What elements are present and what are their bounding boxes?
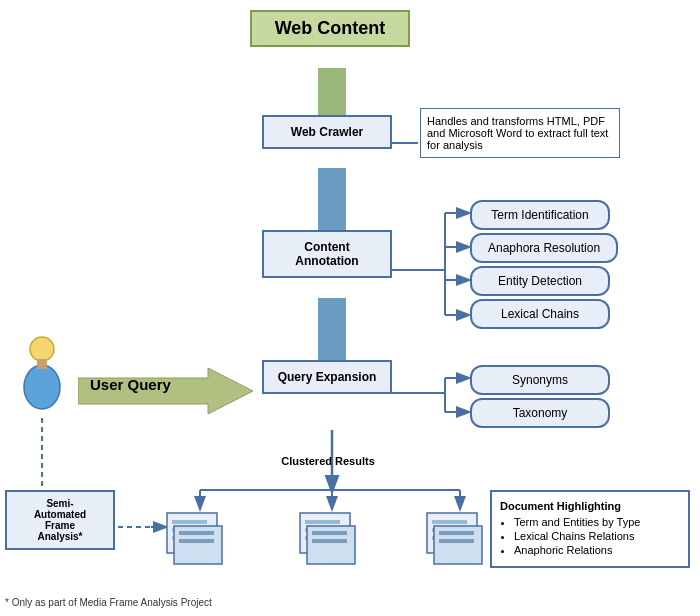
doc3-svg	[422, 508, 497, 568]
svg-rect-10	[179, 539, 214, 543]
clustered-results-label: Clustered Results	[258, 455, 398, 467]
arrow-wc-to-crawler	[318, 68, 346, 118]
svg-point-0	[30, 337, 54, 361]
synonyms-label: Synonyms	[512, 373, 568, 387]
user-query-label: User Query	[90, 376, 171, 393]
crawler-note: Handles and transforms HTML, PDF and Mic…	[420, 108, 620, 158]
doc-highlight-title: Document Highlighting	[500, 500, 680, 512]
query-expansion-label: Query Expansion	[278, 370, 377, 384]
term-identification-item: Term Identification	[470, 200, 610, 230]
content-annotation-label: Content Annotation	[295, 240, 358, 268]
crawler-note-text: Handles and transforms HTML, PDF and Mic…	[427, 115, 608, 151]
safa-box: Semi-AutomatedFrameAnalysis*	[5, 490, 115, 550]
anaphora-resolution-label: Anaphora Resolution	[488, 241, 600, 255]
web-content-box: Web Content	[250, 10, 410, 47]
web-content-container: Web Content	[230, 10, 430, 47]
svg-rect-24	[439, 539, 474, 543]
synonyms-shape: Synonyms	[470, 365, 610, 395]
footnote: * Only as part of Media Frame Analysis P…	[5, 597, 212, 608]
doc-highlight-list: Term and Entities by Type Lexical Chains…	[500, 516, 680, 556]
doc-highlight-item-3: Anaphoric Relations	[514, 544, 680, 556]
document-1	[162, 508, 237, 571]
arrow-ca-to-qe	[318, 298, 346, 362]
anaphora-resolution-item: Anaphora Resolution	[470, 233, 618, 263]
web-crawler-label: Web Crawler	[291, 125, 363, 139]
clustered-results-text: Clustered Results	[281, 455, 375, 467]
user-person-figure	[12, 335, 72, 415]
svg-rect-19	[432, 520, 467, 524]
safa-label: Semi-AutomatedFrameAnalysis*	[34, 498, 86, 542]
doc1-svg	[162, 508, 237, 568]
taxonomy-item: Taxonomy	[470, 398, 610, 428]
svg-rect-9	[179, 531, 214, 535]
svg-rect-2	[37, 359, 47, 369]
anaphora-resolution-shape: Anaphora Resolution	[470, 233, 618, 263]
diagram: Web Content Web Crawler Handles and tran…	[0, 0, 700, 616]
doc-highlight-item-1: Term and Entities by Type	[514, 516, 680, 528]
entity-detection-item: Entity Detection	[470, 266, 610, 296]
term-identification-label: Term Identification	[491, 208, 588, 222]
svg-rect-5	[172, 520, 207, 524]
taxonomy-shape: Taxonomy	[470, 398, 610, 428]
synonyms-item: Synonyms	[470, 365, 610, 395]
document-3	[422, 508, 497, 571]
content-annotation-box: Content Annotation	[262, 230, 392, 278]
web-content-label: Web Content	[275, 18, 386, 38]
lexical-chains-label: Lexical Chains	[501, 307, 579, 321]
entity-detection-label: Entity Detection	[498, 274, 582, 288]
document-2	[295, 508, 370, 571]
entity-detection-shape: Entity Detection	[470, 266, 610, 296]
term-identification-shape: Term Identification	[470, 200, 610, 230]
svg-rect-16	[312, 531, 347, 535]
svg-point-1	[24, 365, 60, 409]
query-expansion-box: Query Expansion	[262, 360, 392, 394]
doc2-svg	[295, 508, 370, 568]
doc-highlight-item-2: Lexical Chains Relations	[514, 530, 680, 542]
arrow-crawler-to-ca	[318, 168, 346, 232]
lexical-chains-shape: Lexical Chains	[470, 299, 610, 329]
svg-rect-23	[439, 531, 474, 535]
lexical-chains-item: Lexical Chains	[470, 299, 610, 329]
user-query-arrow-container: User Query	[78, 368, 253, 414]
svg-rect-12	[305, 520, 340, 524]
web-crawler-box: Web Crawler	[262, 115, 392, 149]
svg-rect-17	[312, 539, 347, 543]
person-svg	[12, 335, 72, 425]
document-highlighting-box: Document Highlighting Term and Entities …	[490, 490, 690, 568]
taxonomy-label: Taxonomy	[513, 406, 568, 420]
